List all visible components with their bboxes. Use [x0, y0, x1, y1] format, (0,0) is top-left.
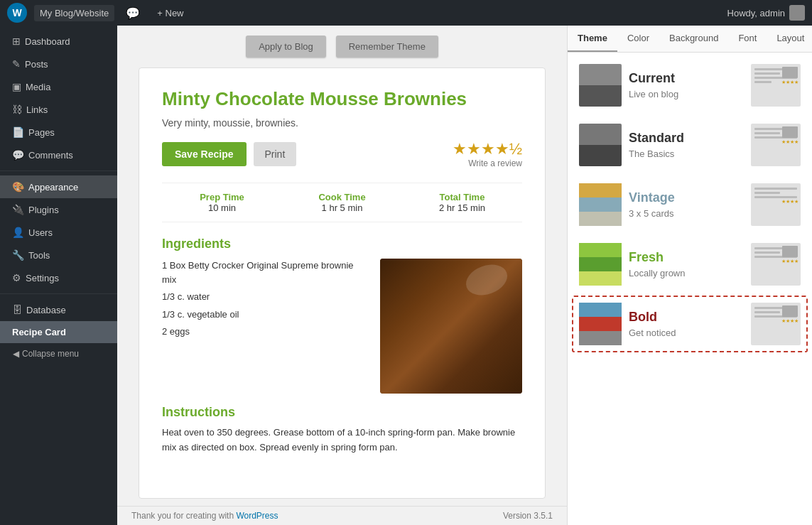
print-button[interactable]: Print — [254, 142, 297, 166]
sidebar-item-appearance[interactable]: 🎨 Appearance — [0, 175, 117, 198]
thumb-line — [754, 192, 780, 194]
theme-subtitle-standard: The Basics — [629, 148, 744, 159]
sidebar-label-recipe-card: Recipe Card — [12, 327, 66, 337]
sidebar-item-plugins[interactable]: 🔌 Plugins — [0, 198, 117, 221]
collapse-menu-button[interactable]: ◀ Collapse menu — [0, 343, 117, 364]
thumb-img — [782, 246, 798, 257]
sidebar-item-media[interactable]: ▣ Media — [0, 75, 117, 98]
cook-time-value: 1 hr 5 min — [282, 202, 402, 213]
thumb-line — [754, 196, 797, 198]
vintage-color-3 — [579, 212, 622, 226]
theme-list: Current Live on blog ★★★★ — [568, 53, 812, 525]
sidebar-item-database[interactable]: 🗄 Database — [0, 298, 117, 321]
theme-name-fresh: Fresh — [629, 250, 744, 266]
recipe-image — [380, 259, 522, 394]
sidebar-label-tools: Tools — [28, 250, 50, 261]
bold-color-2 — [579, 317, 622, 331]
footer-text: Thank you for creating with WordPress — [131, 511, 278, 521]
ingredients-header: Ingredients — [162, 237, 522, 251]
theme-info-vintage: Vintage 3 x 5 cards — [629, 190, 744, 219]
recipe-actions: Save Recipe Print ★★★★½ Write a review — [162, 140, 522, 168]
cook-time-block: Cook Time 1 hr 5 min — [282, 192, 402, 213]
collapse-arrow-icon: ◀ — [13, 349, 19, 359]
thumb-line — [754, 311, 780, 313]
thumb-stars: ★★★★ — [781, 199, 799, 205]
sidebar-item-posts[interactable]: ✎ Posts — [0, 53, 117, 75]
tab-layout[interactable]: Layout — [767, 26, 812, 52]
tab-background[interactable]: Background — [659, 26, 728, 52]
recipe-content-row: 1 Box Betty Crocker Original Supreme bro… — [162, 259, 522, 394]
theme-name-bold: Bold — [629, 310, 744, 325]
sidebar-label-media: Media — [26, 82, 50, 92]
theme-info-bold: Bold Get noticed — [629, 310, 744, 338]
comment-icon[interactable]: 💬 — [121, 4, 144, 23]
ingredient-2: 1/3 c. vegetable oil — [162, 308, 366, 322]
theme-subtitle-current: Live on blog — [629, 89, 744, 99]
content-area: Apply to Blog Remember Theme Minty Choco… — [117, 26, 567, 525]
users-icon: 👤 — [12, 227, 24, 238]
sidebar-item-settings[interactable]: ⚙ Settings — [0, 266, 117, 289]
thumb-line — [754, 132, 780, 134]
howdy-menu[interactable]: Howdy, admin — [727, 5, 805, 21]
sidebar-item-users[interactable]: 👤 Users — [0, 221, 117, 244]
dashboard-icon: ⊞ — [12, 36, 21, 47]
rating-area: ★★★★½ Write a review — [453, 140, 522, 168]
fresh-color-3 — [579, 271, 622, 286]
save-recipe-button[interactable]: Save Recipe — [162, 142, 247, 166]
theme-item-fresh[interactable]: Fresh Locally grown ★★★★ — [572, 236, 808, 293]
thumb-img — [782, 126, 798, 138]
admin-avatar — [789, 5, 805, 21]
theme-name-standard: Standard — [629, 131, 744, 146]
new-button[interactable]: + New — [151, 5, 189, 21]
sidebar-item-recipe-card[interactable]: Recipe Card — [0, 321, 117, 343]
comments-icon: 💬 — [12, 149, 24, 161]
theme-item-vintage[interactable]: Vintage 3 x 5 cards ★★★★ — [572, 176, 808, 233]
ingredient-3: 2 eggs — [162, 325, 366, 339]
theme-item-standard[interactable]: Standard The Basics ★★★★ — [572, 117, 808, 173]
sidebar-separator — [0, 171, 117, 171]
tools-icon: 🔧 — [12, 249, 24, 261]
apply-to-blog-button[interactable]: Apply to Blog — [246, 36, 326, 58]
instructions-header: Instructions — [162, 405, 522, 420]
site-name[interactable]: My Blog/Website — [34, 5, 114, 21]
fresh-color-1 — [579, 243, 622, 257]
brownie-highlight — [462, 259, 511, 301]
content-footer: Thank you for creating with WordPress Ve… — [117, 506, 567, 525]
sidebar-label-links: Links — [26, 104, 48, 115]
write-review-link[interactable]: Write a review — [453, 158, 522, 168]
sidebar-item-dashboard[interactable]: ⊞ Dashboard — [0, 30, 117, 53]
tab-color[interactable]: Color — [617, 26, 659, 52]
database-icon: 🗄 — [12, 304, 22, 315]
sidebar-item-pages[interactable]: 📄 Pages — [0, 121, 117, 144]
admin-bar: W My Blog/Website 💬 + New Howdy, admin — [0, 0, 812, 26]
wp-logo[interactable]: W — [7, 3, 27, 23]
tab-theme[interactable]: Theme — [568, 26, 617, 52]
vintage-color-2 — [579, 197, 622, 212]
sidebar-item-comments[interactable]: 💬 Comments — [0, 144, 117, 166]
thumb-line — [754, 251, 780, 254]
theme-item-bold[interactable]: Bold Get noticed ★★★★ — [572, 296, 808, 352]
bold-color-3 — [579, 331, 622, 345]
theme-info-standard: Standard The Basics — [629, 131, 744, 159]
sidebar-label-plugins: Plugins — [28, 205, 59, 215]
total-time-value: 2 hr 15 min — [402, 202, 522, 213]
sidebar-item-links[interactable]: ⛓ Links — [0, 98, 117, 121]
bold-color-1 — [579, 303, 622, 317]
sidebar-label-pages: Pages — [28, 127, 55, 138]
preview-card: Minty Chocolate Mousse Brownies Very min… — [139, 67, 546, 499]
theme-subtitle-bold: Get noticed — [629, 328, 744, 338]
thumb-line — [754, 81, 772, 83]
remember-theme-button[interactable]: Remember Theme — [336, 36, 438, 58]
prep-time-value: 10 min — [162, 202, 282, 213]
star-rating[interactable]: ★★★★½ — [453, 140, 522, 158]
tab-font[interactable]: Font — [728, 26, 767, 52]
thumb-stars: ★★★★ — [781, 318, 799, 324]
instructions-text: Heat oven to 350 degrees. Grease bottom … — [162, 426, 522, 455]
theme-name-current: Current — [629, 71, 744, 87]
links-icon: ⛓ — [12, 104, 22, 115]
theme-item-current[interactable]: Current Live on blog ★★★★ — [572, 57, 808, 114]
sidebar-label-settings: Settings — [26, 273, 59, 283]
wordpress-link[interactable]: WordPress — [236, 511, 278, 521]
sidebar-item-tools[interactable]: 🔧 Tools — [0, 244, 117, 266]
theme-name-vintage: Vintage — [629, 190, 744, 206]
